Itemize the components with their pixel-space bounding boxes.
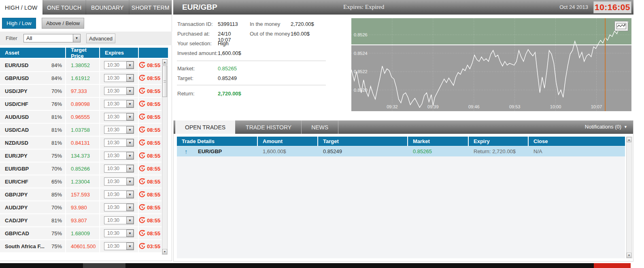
advanced-button[interactable]: Advanced <box>86 34 115 43</box>
market-value: 0.85265 <box>218 65 237 72</box>
expiry-select-value: 10:30 <box>104 113 126 120</box>
asset-name: GBP/CAD <box>0 230 29 236</box>
filter-bar: Filter All ▼ Advanced <box>0 32 172 45</box>
countdown-time: 08:55 <box>147 192 160 198</box>
asset-row[interactable]: EUR/USD84%1.3805210:30▼08:55 <box>0 59 162 71</box>
target-price-value: 40601.500 <box>71 243 96 249</box>
tab-high-low[interactable]: HIGH / LOW <box>0 0 43 15</box>
asset-name: AUD/JPY <box>0 205 28 211</box>
countdown-time: 08:55 <box>147 205 160 211</box>
chevron-down-icon[interactable]: ▼ <box>126 230 134 237</box>
scroll-up-icon[interactable]: ▲ <box>162 59 167 65</box>
chevron-down-icon[interactable]: ▼ <box>126 126 134 133</box>
tab-trade-history[interactable]: TRADE HISTORY <box>236 120 302 134</box>
asset-row[interactable]: USD/CAD81%1.0375810:30▼08:55 <box>0 124 162 136</box>
expiry-select[interactable]: 10:30▼ <box>104 74 134 82</box>
scroll-up-icon[interactable]: ▲ <box>627 137 631 142</box>
scroll-down-icon[interactable]: ▼ <box>162 249 167 254</box>
asset-row[interactable]: NZD/USD81%0.8413110:30▼08:55 <box>0 137 162 149</box>
market-cell: 0.85265 <box>408 146 469 156</box>
target-price-cell: 0.84131 <box>66 137 100 149</box>
chevron-down-icon[interactable]: ▼ <box>126 217 134 224</box>
target-price-value: 0.84131 <box>71 140 90 146</box>
timer-cell: 08:55 <box>139 101 161 107</box>
chevron-down-icon[interactable]: ▼ <box>73 34 80 42</box>
asset-table-header: Asset Target Price Expires <box>0 48 168 58</box>
countdown-clock-icon <box>139 191 145 198</box>
expiry-select[interactable]: 10:30▼ <box>104 139 134 147</box>
asset-row[interactable]: South Africa F...75%40601.50010:30▼03:55 <box>0 240 162 252</box>
asset-row[interactable]: USD/CHF76%0.8909810:30▼08:55 <box>0 98 162 110</box>
countdown-time: 08:55 <box>147 88 160 94</box>
target-price-value: 1.03758 <box>71 127 90 133</box>
asset-row[interactable]: USD/JPY70%97.33310:30▼08:55 <box>0 85 162 97</box>
asset-row[interactable]: AUD/JPY70%93.98010:30▼08:55 <box>0 201 162 213</box>
asset-row[interactable]: AUD/USD81%0.9655510:30▼08:55 <box>0 111 162 123</box>
chevron-down-icon[interactable]: ▼ <box>126 178 134 185</box>
expiry-select[interactable]: 10:30▼ <box>104 113 134 121</box>
chevron-down-icon[interactable]: ▼ <box>126 61 134 69</box>
asset-row[interactable]: GBP/USD84%1.6191210:30▼08:55 <box>0 72 162 84</box>
target-price-cell: 1.61912 <box>66 72 100 84</box>
asset-row[interactable]: GBP/CAD75%1.6800910:30▼08:55 <box>0 227 162 239</box>
chevron-down-icon[interactable]: ▼ <box>126 113 134 120</box>
chevron-down-icon[interactable]: ▼ <box>126 165 134 172</box>
scroll-down-icon[interactable]: ▼ <box>627 253 631 258</box>
current-date: Oct 24 2013 <box>559 4 588 10</box>
tab-news[interactable]: NEWS <box>302 120 338 134</box>
expiry-select[interactable]: 10:30▼ <box>104 87 134 95</box>
asset-row[interactable]: EUR/GBP70%0.8526610:30▼08:55 <box>0 162 162 175</box>
chevron-down-icon[interactable]: ▼ <box>126 87 134 95</box>
target-price-value: 134.373 <box>71 153 90 159</box>
tab-short-term[interactable]: SHORT TERM <box>130 0 172 15</box>
asset-payout: 85% <box>51 192 65 198</box>
asset-rows: EUR/USD84%1.3805210:30▼08:55GBP/USD84%1.… <box>0 59 162 253</box>
chevron-down-icon[interactable]: ▼ <box>126 100 134 108</box>
expiry-select[interactable]: 10:30▼ <box>104 100 134 108</box>
countdown-clock-icon <box>139 217 145 224</box>
subtab-above-below[interactable]: Above / Below <box>42 18 84 29</box>
scrollbar-thumb[interactable] <box>162 65 167 97</box>
chevron-down-icon[interactable]: ▼ <box>126 243 134 250</box>
expiry-select[interactable]: 10:30▼ <box>104 165 134 173</box>
expiry-select[interactable]: 10:30▼ <box>104 229 134 237</box>
trading-app: HIGH / LOWONE TOUCHBOUNDARYSHORT TERM Hi… <box>0 0 644 268</box>
asset-row[interactable]: GBP/JPY85%157.59310:30▼08:55 <box>0 188 162 200</box>
expiry-select[interactable]: 10:30▼ <box>104 61 134 69</box>
tab-boundary[interactable]: BOUNDARY <box>86 0 129 15</box>
filter-select[interactable]: All ▼ <box>23 34 81 42</box>
chevron-down-icon[interactable]: ▼ <box>126 74 134 82</box>
expiry-select[interactable]: 10:30▼ <box>104 190 134 198</box>
expiry-select[interactable]: 10:30▼ <box>104 152 134 160</box>
asset-cell: GBP/JPY85% <box>0 188 66 200</box>
notifications-toggle[interactable]: Notifications (0) ▼ <box>585 124 627 130</box>
asset-cell: GBP/USD84% <box>0 72 66 84</box>
tab-open-trades[interactable]: OPEN TRADES <box>175 120 235 134</box>
expiry-select-value: 10:30 <box>104 139 126 146</box>
expiry-select[interactable]: 10:30▼ <box>104 177 134 186</box>
chart-type-button[interactable] <box>614 21 628 31</box>
chevron-down-icon[interactable]: ▼ <box>126 204 134 211</box>
target-price-value: 1.68009 <box>71 230 90 236</box>
countdown-clock-icon <box>139 191 145 198</box>
tab-one-touch[interactable]: ONE TOUCH <box>43 0 86 15</box>
up-arrow-icon: ↑ <box>177 148 198 155</box>
chevron-down-icon[interactable]: ▼ <box>126 152 134 159</box>
trades-scrollbar[interactable]: ▲ ▼ <box>626 137 632 258</box>
asset-list-scrollbar[interactable]: ▲ ▼ <box>162 59 168 255</box>
open-trade-row[interactable]: ↑EUR/GBP1,600.00$0.852490.85265Return: 2… <box>177 146 625 156</box>
expiry-select[interactable]: 10:30▼ <box>104 126 134 134</box>
expiry-select[interactable]: 10:30▼ <box>104 242 134 250</box>
expiry-select[interactable]: 10:30▼ <box>104 216 134 224</box>
countdown-clock-icon <box>139 101 145 107</box>
chevron-down-icon[interactable]: ▼ <box>126 139 134 146</box>
chevron-down-icon[interactable]: ▼ <box>126 191 134 198</box>
expiry-select-value: 10:30 <box>104 152 126 159</box>
expiry-select[interactable]: 10:30▼ <box>104 203 134 211</box>
subtab-high-low[interactable]: High / Low <box>2 18 36 29</box>
asset-row[interactable]: EUR/CHF65%1.2300410:30▼08:55 <box>0 175 162 188</box>
asset-row[interactable]: CAD/JPY81%93.80710:30▼08:55 <box>0 214 162 226</box>
asset-row[interactable]: EUR/JPY75%134.37310:30▼08:55 <box>0 150 162 162</box>
countdown-time: 08:55 <box>147 230 160 236</box>
countdown-clock-icon <box>139 230 145 236</box>
